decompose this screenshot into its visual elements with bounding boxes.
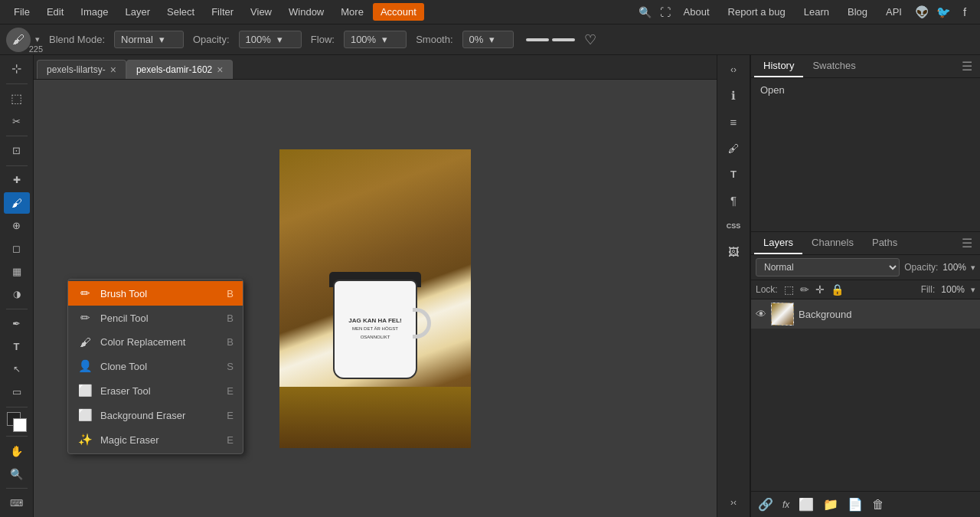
- menu-api[interactable]: API: [878, 3, 910, 21]
- flow-dropdown[interactable]: 100%: [344, 31, 407, 48]
- image-panel-icon-btn[interactable]: 🖼: [720, 241, 746, 263]
- layers-new-icon[interactable]: 📄: [845, 495, 865, 514]
- popup-background-eraser[interactable]: ⬜ Background Eraser E: [68, 403, 243, 427]
- font-icon-btn[interactable]: T: [720, 162, 746, 185]
- popup-magic-eraser[interactable]: ✨ Magic Eraser E: [68, 427, 243, 452]
- menu-filter[interactable]: Filter: [204, 3, 241, 21]
- menu-more[interactable]: More: [333, 3, 371, 21]
- zoom-tool-btn[interactable]: 🔍: [4, 463, 30, 485]
- blend-mode-label: Blend Mode:: [49, 34, 105, 45]
- layers-delete-icon[interactable]: 🗑: [870, 496, 887, 514]
- crop-tool-btn[interactable]: ⊡: [4, 140, 30, 162]
- heal-tool-btn[interactable]: ✚: [4, 170, 30, 191]
- move-tool-btn[interactable]: ⊹: [4, 58, 30, 80]
- lock-pixels-icon[interactable]: ⬚: [784, 283, 794, 296]
- history-tab[interactable]: History: [754, 55, 803, 77]
- reddit-icon[interactable]: 👽: [913, 3, 931, 21]
- layers-blend-mode-select[interactable]: Normal: [756, 258, 900, 276]
- right-panel-collapse[interactable]: ‹›: [720, 58, 746, 81]
- menu-file[interactable]: File: [6, 3, 38, 21]
- layers-link-icon[interactable]: 🔗: [756, 495, 776, 514]
- panel-expand-icon[interactable]: ›‹: [720, 491, 746, 514]
- facebook-icon[interactable]: f: [956, 3, 974, 21]
- popup-brush-tool[interactable]: ✏ Brush Tool B: [68, 281, 243, 306]
- paint-icon-btn[interactable]: 🖋: [720, 136, 746, 159]
- swatches-tab[interactable]: Swatches: [803, 55, 864, 77]
- brush-dropdown-arrow[interactable]: ▾: [35, 34, 40, 44]
- type-tool-btn[interactable]: T: [4, 335, 30, 357]
- lock-move-icon[interactable]: ✛: [815, 283, 825, 296]
- smooth-dropdown[interactable]: 0%: [462, 31, 514, 48]
- fill-arrow[interactable]: ▾: [971, 285, 975, 295]
- gradient-tool-btn[interactable]: ▦: [4, 260, 30, 282]
- select-tool-btn[interactable]: ⬚: [4, 88, 30, 110]
- history-panel-menu[interactable]: ☰: [957, 56, 977, 77]
- info-icon-btn[interactable]: ℹ: [720, 84, 746, 107]
- menu-account[interactable]: Account: [373, 3, 424, 21]
- brush-tool-btn[interactable]: 🖌: [4, 192, 30, 214]
- menu-layer[interactable]: Layer: [118, 3, 158, 21]
- layers-fx-icon[interactable]: fx: [780, 497, 792, 512]
- layers-panel-tabs: Layers Channels Paths ☰: [751, 232, 980, 255]
- blend-mode-dropdown[interactable]: Normal: [114, 31, 184, 48]
- menu-learn[interactable]: Learn: [796, 3, 837, 21]
- popup-pencil-tool[interactable]: ✏ Pencil Tool B: [68, 306, 243, 330]
- layer-item-background[interactable]: 👁 Background: [751, 299, 980, 329]
- stroke-cap-flat[interactable]: [526, 38, 549, 41]
- opacity-dropdown[interactable]: 100%: [239, 31, 302, 48]
- layers-group-icon[interactable]: 📁: [821, 495, 841, 514]
- popup-clone-tool[interactable]: 👤 Clone Tool S: [68, 354, 243, 378]
- background-color[interactable]: [13, 418, 27, 432]
- menu-about[interactable]: About: [676, 3, 717, 21]
- layers-panel-menu[interactable]: ☰: [957, 233, 977, 254]
- doc-tab-0[interactable]: pexels-lilartsy- ×: [37, 60, 126, 79]
- fullscreen-icon[interactable]: ⛶: [656, 3, 675, 21]
- paragraph-icon-btn[interactable]: ¶: [720, 188, 746, 211]
- channels-tab[interactable]: Channels: [802, 232, 863, 254]
- heart-icon[interactable]: ♡: [584, 31, 596, 48]
- layers-opacity-arrow[interactable]: ▾: [971, 263, 975, 273]
- toolbar-separator-3: [6, 165, 28, 166]
- history-item-open[interactable]: Open: [751, 81, 980, 99]
- layers-tab[interactable]: Layers: [754, 232, 802, 254]
- keyboard-icon-btn[interactable]: ⌨: [4, 492, 30, 514]
- doc-tab-0-close[interactable]: ×: [110, 64, 116, 76]
- opacity-label: Opacity:: [193, 34, 230, 45]
- lock-all-icon[interactable]: 🔒: [831, 283, 844, 296]
- left-toolbar: ⊹ ⬚ ✂ ⊡ ✚ 🖌 ⊕ ◻ ▦ ◑ ✒ T ↖ ▭ ✋ 🔍 ⌨: [0, 55, 34, 517]
- dodge-tool-btn[interactable]: ◑: [4, 283, 30, 305]
- paths-tab[interactable]: Paths: [863, 232, 906, 254]
- css-icon-btn[interactable]: CSS: [720, 214, 746, 237]
- eraser-tool-btn[interactable]: ◻: [4, 238, 30, 260]
- path-select-btn[interactable]: ↖: [4, 358, 30, 380]
- search-icon[interactable]: 🔍: [636, 3, 655, 21]
- layers-mask-icon[interactable]: ⬜: [796, 495, 816, 514]
- popup-color-replacement[interactable]: 🖌 Color Replacement B: [68, 330, 243, 354]
- clone-tool-btn[interactable]: ⊕: [4, 215, 30, 237]
- background-eraser-label: Background Eraser: [100, 410, 219, 421]
- lasso-tool-btn[interactable]: ✂: [4, 110, 30, 132]
- menu-select[interactable]: Select: [159, 3, 202, 21]
- pen-tool-btn[interactable]: ✒: [4, 313, 30, 335]
- menu-edit[interactable]: Edit: [39, 3, 71, 21]
- mug-container: JAG KAN HA FEL!MEN DET ÄR HÖGST OSANNOLI…: [325, 264, 425, 387]
- hand-tool-btn[interactable]: ✋: [4, 440, 30, 462]
- menu-image[interactable]: Image: [73, 3, 116, 21]
- menu-report-bug[interactable]: Report a bug: [720, 3, 793, 21]
- ground-area: [279, 387, 471, 448]
- shape-tool-btn[interactable]: ▭: [4, 381, 30, 403]
- menu-window[interactable]: Window: [281, 3, 332, 21]
- arrange-icon-btn[interactable]: ≡: [720, 110, 746, 133]
- twitter-icon[interactable]: 🐦: [934, 3, 952, 21]
- layer-visibility-eye[interactable]: 👁: [756, 308, 766, 320]
- menu-blog[interactable]: Blog: [840, 3, 875, 21]
- stroke-cap-round[interactable]: [552, 38, 575, 41]
- popup-eraser-tool[interactable]: ⬜ Eraser Tool E: [68, 378, 243, 403]
- lock-label: Lock:: [756, 284, 778, 295]
- smooth-label: Smooth:: [416, 34, 452, 45]
- doc-tab-1-close[interactable]: ×: [217, 64, 223, 76]
- lock-position-icon[interactable]: ✏: [800, 283, 809, 296]
- menu-view[interactable]: View: [243, 3, 279, 21]
- right-menu: About Report a bug Learn Blog API 👽 🐦 f: [676, 3, 974, 21]
- doc-tab-1[interactable]: pexels-damir-1602 ×: [126, 60, 234, 79]
